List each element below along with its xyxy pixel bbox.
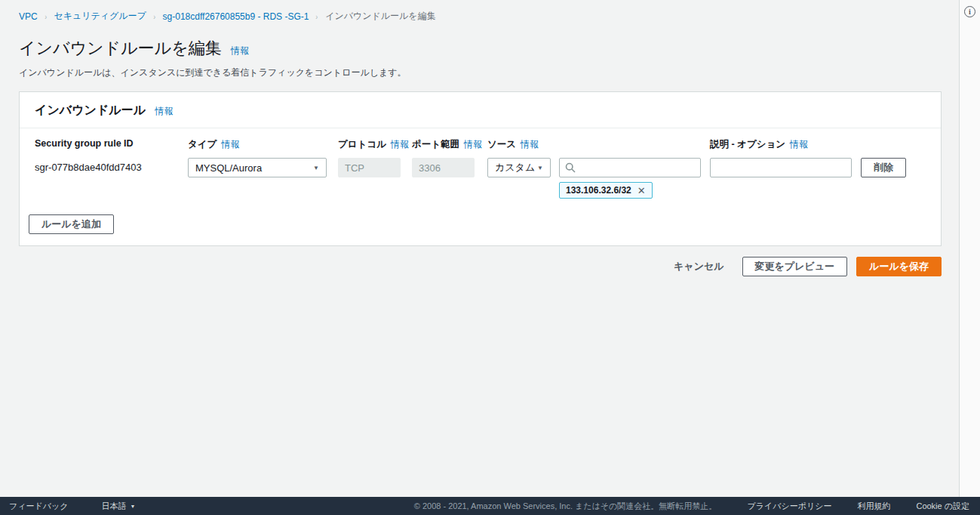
rule-description-input[interactable] <box>710 158 852 177</box>
source-type-value: カスタム <box>495 161 535 174</box>
column-label: ポート範囲 <box>412 139 459 150</box>
column-label: Security group rule ID <box>35 138 134 149</box>
privacy-policy-link[interactable]: プライバシーポリシー <box>747 501 831 512</box>
column-header-description: 説明 - オプション情報 <box>710 138 861 151</box>
port-range-field <box>412 158 475 177</box>
rules-table: Security group rule ID タイプ情報 プロトコル情報 ポート… <box>20 128 941 199</box>
page-description: インバウンドルールは、インスタンスに到達できる着信トラフィックをコントロールしま… <box>19 66 942 79</box>
column-label: ソース <box>487 139 516 150</box>
source-search <box>559 158 701 177</box>
column-label: 説明 - オプション <box>710 139 785 150</box>
language-label: 日本語 <box>102 501 127 512</box>
type-select[interactable]: MYSQL/Aurora ▼ <box>188 158 327 177</box>
column-header-port-range: ポート範囲情報 <box>412 138 487 151</box>
source-cidr-value: 133.106.32.6/32 <box>566 185 631 196</box>
language-selector[interactable]: 日本語 ▼ <box>102 501 136 512</box>
type-info-link[interactable]: 情報 <box>221 139 239 150</box>
rule-row: sgr-077b8dae40fdd7403 MYSQL/Aurora ▼ カスタ… <box>35 158 926 199</box>
source-search-input[interactable] <box>559 158 701 177</box>
source-info-link[interactable]: 情報 <box>521 139 539 150</box>
source-cidr-tag: 133.106.32.6/32 ✕ <box>559 182 653 199</box>
chevron-down-icon: ▼ <box>313 165 319 171</box>
panel-title: インバウンドルール <box>35 103 146 116</box>
caret-down-icon: ▼ <box>131 504 136 509</box>
panel-info-link[interactable]: 情報 <box>155 106 173 116</box>
help-rail: i <box>959 0 980 497</box>
close-icon[interactable]: ✕ <box>637 186 646 196</box>
breadcrumb-link-security-group[interactable]: sg-018cdff26760855b9 - RDS -SG-1 <box>163 11 309 22</box>
breadcrumb: VPC › セキュリティグループ › sg-018cdff26760855b9 … <box>19 10 942 23</box>
protocol-field <box>338 158 401 177</box>
table-header-row: Security group rule ID タイプ情報 プロトコル情報 ポート… <box>35 138 926 151</box>
chevron-right-icon: › <box>316 12 318 21</box>
chevron-right-icon: › <box>153 12 155 21</box>
port-range-info-link[interactable]: 情報 <box>464 139 482 150</box>
cancel-button[interactable]: キャンセル <box>674 260 724 273</box>
breadcrumb-current: インバウンドルールを編集 <box>325 10 436 23</box>
page-header: インバウンドルールを編集 情報 インバウンドルールは、インスタンスに到達できる着… <box>19 37 942 79</box>
column-label: タイプ <box>188 139 217 150</box>
column-header-rule-id: Security group rule ID <box>35 138 188 151</box>
main-content: VPC › セキュリティグループ › sg-018cdff26760855b9 … <box>0 0 980 276</box>
feedback-button[interactable]: フィードバック <box>9 501 69 512</box>
save-rules-button[interactable]: ルールを保存 <box>856 257 942 276</box>
copyright-text: © 2008 - 2021, Amazon Web Services, Inc.… <box>414 501 717 512</box>
terms-of-use-link[interactable]: 利用規約 <box>857 501 890 512</box>
source-column: 133.106.32.6/32 ✕ <box>559 158 701 199</box>
footer-links: プライバシーポリシー 利用規約 Cookie の設定 <box>747 501 969 512</box>
add-rule-button[interactable]: ルールを追加 <box>29 214 114 234</box>
page-title-info-link[interactable]: 情報 <box>231 45 249 56</box>
source-type-select[interactable]: カスタム ▼ <box>487 158 551 177</box>
column-header-source: ソース情報 <box>487 138 710 151</box>
search-icon <box>565 162 576 173</box>
chevron-right-icon: › <box>45 12 47 21</box>
column-header-type: タイプ情報 <box>188 138 338 151</box>
console-footer: フィードバック 日本語 ▼ © 2008 - 2021, Amazon Web … <box>0 497 980 515</box>
delete-rule-button[interactable]: 削除 <box>861 158 906 177</box>
protocol-info-link[interactable]: 情報 <box>391 139 409 150</box>
breadcrumb-link-security-groups[interactable]: セキュリティグループ <box>54 10 146 23</box>
inbound-rules-panel: インバウンドルール 情報 Security group rule ID タイプ情… <box>19 91 942 246</box>
breadcrumb-link-vpc[interactable]: VPC <box>19 11 38 22</box>
column-label: プロトコル <box>338 139 386 150</box>
panel-footer: ルールを追加 <box>20 199 941 245</box>
info-icon[interactable]: i <box>964 6 975 17</box>
chevron-down-icon: ▼ <box>537 165 543 171</box>
security-group-rule-id: sgr-077b8dae40fdd7403 <box>35 158 188 177</box>
form-actions: キャンセル 変更をプレビュー ルールを保存 <box>19 257 942 276</box>
panel-header: インバウンドルール 情報 <box>20 92 941 128</box>
description-info-link[interactable]: 情報 <box>790 139 808 150</box>
type-select-value: MYSQL/Aurora <box>195 162 262 174</box>
cookie-settings-link[interactable]: Cookie の設定 <box>916 501 969 512</box>
preview-changes-button[interactable]: 変更をプレビュー <box>742 257 848 276</box>
column-header-protocol: プロトコル情報 <box>338 138 412 151</box>
page-title: インバウンドルールを編集 <box>19 39 222 57</box>
